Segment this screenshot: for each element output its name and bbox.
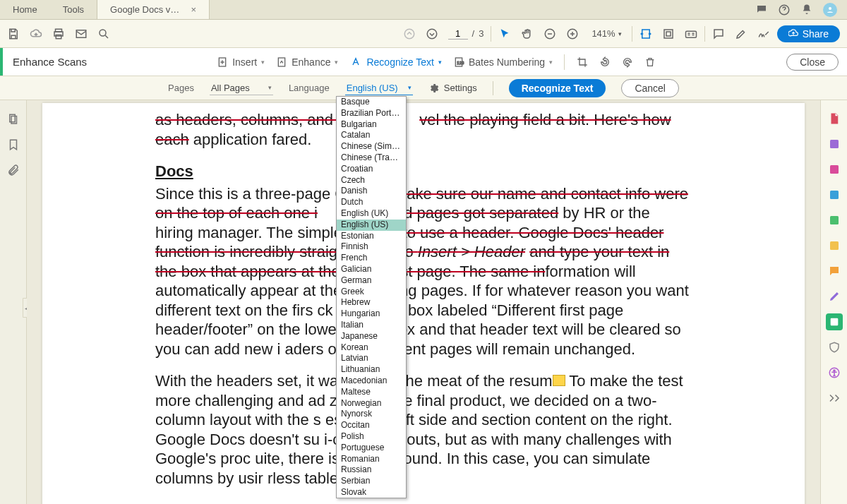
signature-icon[interactable]: [757, 28, 770, 40]
zoom-level[interactable]: 141% ▾: [589, 28, 624, 39]
language-option[interactable]: Bulgarian: [337, 119, 406, 131]
more-tools-icon[interactable]: [826, 390, 843, 407]
language-option[interactable]: Brazilian Portugu…: [337, 108, 406, 119]
language-option[interactable]: Chinese (Simplifi…: [337, 141, 406, 152]
arrow-cursor-icon[interactable]: [498, 28, 511, 40]
language-option[interactable]: Nynorsk: [337, 409, 406, 420]
attachment-icon[interactable]: [7, 164, 20, 176]
language-option[interactable]: Macedonian: [337, 376, 406, 387]
comment-icon[interactable]: [712, 28, 725, 40]
edit-pdf-icon[interactable]: [826, 136, 843, 152]
svg-rect-11: [642, 30, 649, 38]
comment-tool-icon[interactable]: [826, 263, 843, 280]
fit-page-icon[interactable]: [662, 28, 675, 40]
export-pdf-icon[interactable]: [826, 161, 843, 178]
trash-icon[interactable]: [644, 56, 656, 68]
language-option[interactable]: Croatian: [337, 164, 406, 175]
language-option[interactable]: Chinese (Traditio…: [337, 152, 406, 164]
enhance-scans-icon[interactable]: [826, 313, 843, 330]
read-mode-icon[interactable]: [685, 28, 697, 40]
insert-menu[interactable]: Insert▾: [217, 56, 265, 68]
help-icon[interactable]: [778, 4, 791, 16]
thumbnails-icon[interactable]: [7, 113, 20, 126]
language-option[interactable]: Serbian: [337, 476, 406, 487]
bates-menu[interactable]: 123 Bates Numbering▾: [453, 56, 553, 68]
language-option[interactable]: Hungarian: [337, 308, 406, 320]
language-option[interactable]: German: [337, 275, 406, 287]
zoom-in-icon[interactable]: [566, 28, 579, 40]
send-comments-icon[interactable]: [826, 237, 843, 254]
rotate-ccw-icon[interactable]: [599, 56, 611, 68]
mail-icon[interactable]: [75, 28, 88, 40]
settings-button[interactable]: Settings: [428, 83, 477, 94]
save-icon[interactable]: [7, 28, 20, 40]
tab-tools[interactable]: Tools: [50, 0, 97, 19]
language-option[interactable]: Norwegian: [337, 398, 406, 409]
pages-select[interactable]: All Pages▾: [210, 81, 273, 95]
language-option[interactable]: Slovak: [337, 487, 406, 498]
language-option[interactable]: Estonian: [337, 231, 406, 242]
highlight-icon[interactable]: [735, 28, 747, 40]
language-option[interactable]: Hebrew: [337, 297, 406, 308]
language-option[interactable]: Czech: [337, 175, 406, 186]
protect-icon[interactable]: [826, 339, 843, 356]
close-icon[interactable]: ×: [191, 4, 196, 15]
language-option[interactable]: Maltese: [337, 387, 406, 398]
rotate-cw-icon[interactable]: [621, 56, 634, 68]
language-option[interactable]: Latvian: [337, 353, 406, 364]
language-option[interactable]: Basque: [337, 97, 406, 108]
language-option[interactable]: Catalan: [337, 130, 406, 141]
language-option[interactable]: Korean: [337, 342, 406, 354]
recognize-text-button[interactable]: Recognize Text: [509, 79, 606, 97]
language-option[interactable]: Italian: [337, 320, 406, 331]
combine-icon[interactable]: [826, 186, 843, 203]
share-button[interactable]: Share: [777, 25, 840, 42]
page-up-icon[interactable]: [403, 28, 416, 40]
chat-icon[interactable]: [755, 4, 768, 16]
language-option[interactable]: Occitan: [337, 420, 406, 431]
print-icon[interactable]: [52, 28, 65, 40]
language-option[interactable]: Russian: [337, 464, 406, 476]
enhance-menu[interactable]: Enhance▾: [276, 56, 338, 68]
language-option[interactable]: Greek: [337, 287, 406, 298]
user-avatar[interactable]: [823, 3, 837, 17]
accessibility-icon[interactable]: [826, 364, 843, 381]
recognize-text-menu[interactable]: Recognize Text▾: [349, 56, 441, 68]
language-option[interactable]: Dutch: [337, 197, 406, 208]
language-option[interactable]: Galician: [337, 264, 406, 275]
organize-icon[interactable]: [826, 212, 843, 229]
hand-icon[interactable]: [521, 28, 534, 40]
tab-home[interactable]: Home: [0, 0, 50, 19]
language-option[interactable]: Japanese: [337, 331, 406, 342]
create-pdf-icon[interactable]: [826, 110, 843, 127]
cancel-button[interactable]: Cancel: [621, 79, 679, 97]
language-option[interactable]: Romanian: [337, 454, 406, 465]
sub-toolbar: Enhance Scans Insert▾ Enhance▾ Recognize…: [0, 48, 847, 76]
language-option[interactable]: Portuguese: [337, 443, 406, 454]
sticky-note-icon[interactable]: [553, 375, 565, 386]
bell-icon[interactable]: [800, 4, 813, 16]
language-option[interactable]: English (UK): [337, 208, 406, 220]
crop-icon[interactable]: [576, 56, 589, 68]
language-option[interactable]: Polish: [337, 431, 406, 443]
search-icon[interactable]: [97, 28, 110, 40]
language-option[interactable]: English (US): [337, 220, 406, 231]
fit-width-icon[interactable]: [639, 28, 652, 40]
page-down-icon[interactable]: [426, 28, 438, 40]
bookmark-icon[interactable]: [7, 138, 20, 151]
page-indicator: / 3: [448, 28, 484, 40]
language-dropdown[interactable]: BasqueBrazilian Portugu…BulgarianCatalan…: [336, 96, 407, 498]
page-current-input[interactable]: [448, 28, 468, 40]
language-option[interactable]: Lithuanian: [337, 364, 406, 376]
language-select[interactable]: English (US)▾: [345, 81, 413, 95]
tab-document[interactable]: Google Docs vs…. ×: [97, 0, 210, 19]
language-option[interactable]: Finnish: [337, 241, 406, 253]
document-viewport[interactable]: as headers, columns, and bu vel the play…: [27, 100, 820, 504]
close-button[interactable]: Close: [786, 54, 839, 71]
fill-sign-icon[interactable]: [826, 288, 843, 305]
svg-rect-21: [830, 140, 839, 148]
cloud-upload-icon[interactable]: [30, 28, 42, 40]
zoom-out-icon[interactable]: [543, 28, 556, 40]
language-option[interactable]: French: [337, 253, 406, 264]
language-option[interactable]: Danish: [337, 186, 406, 197]
